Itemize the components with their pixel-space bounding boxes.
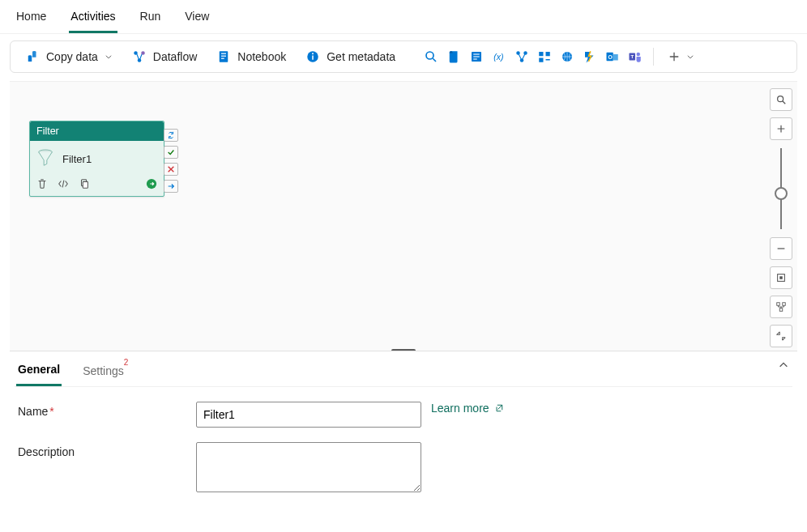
- activity-node-label: Filter1: [62, 153, 92, 165]
- copy-icon[interactable]: [79, 178, 90, 189]
- connector-completion[interactable]: [164, 180, 178, 193]
- notebook-icon: [216, 49, 231, 64]
- name-input[interactable]: [196, 402, 421, 428]
- zoom-in-button[interactable]: [770, 117, 792, 140]
- branch-icon: [515, 49, 529, 64]
- arrow-right-icon: [167, 182, 175, 190]
- search-icon: [775, 94, 787, 105]
- ribbon: Copy data Dataflow Notebook Get metadata…: [10, 40, 797, 73]
- plus-icon: [775, 123, 787, 134]
- activity-node-body: Filter1: [30, 141, 164, 173]
- page-tabs: Home Activities Run View: [0, 0, 807, 34]
- ribbon-copy-data-label: Copy data: [46, 50, 98, 63]
- switch-icon: [537, 49, 552, 64]
- minus-icon: [775, 243, 787, 254]
- ribbon-script[interactable]: [446, 49, 462, 65]
- canvas-tools: [770, 88, 792, 347]
- tab-home[interactable]: Home: [15, 5, 48, 33]
- ribbon-dataflow-label: Dataflow: [153, 50, 197, 63]
- pipeline-canvas[interactable]: Filter Filter1: [10, 81, 797, 351]
- chevron-down-icon: [686, 53, 694, 61]
- filter-icon: [36, 149, 54, 168]
- svg-rect-37: [777, 303, 780, 306]
- ribbon-lookup[interactable]: [423, 49, 439, 65]
- svg-text:O: O: [608, 54, 612, 60]
- svg-text:T: T: [630, 54, 634, 59]
- ribbon-azure-function[interactable]: [582, 49, 598, 65]
- delete-icon[interactable]: [36, 178, 48, 189]
- zoom-fit-button[interactable]: [770, 266, 792, 289]
- svg-point-0: [28, 55, 32, 57]
- form-row-name: Name* Learn more: [18, 402, 789, 428]
- ribbon-add-activity[interactable]: [664, 48, 699, 66]
- dataflow-icon: [132, 49, 147, 64]
- ribbon-notebook[interactable]: Notebook: [210, 46, 292, 67]
- refresh-icon: [167, 131, 175, 139]
- name-label: Name*: [18, 402, 196, 418]
- chevron-down-icon: [105, 53, 113, 61]
- ribbon-web[interactable]: [559, 49, 575, 65]
- ribbon-dataflow[interactable]: Dataflow: [126, 46, 203, 67]
- ribbon-teams[interactable]: T: [627, 49, 643, 65]
- run-icon[interactable]: [146, 178, 157, 189]
- ribbon-get-metadata-label: Get metadata: [327, 50, 395, 63]
- connector-failure[interactable]: [164, 163, 178, 176]
- ribbon-if-condition[interactable]: [514, 49, 530, 65]
- code-icon[interactable]: [58, 178, 69, 189]
- plus-icon: [668, 51, 680, 62]
- svg-rect-14: [473, 53, 480, 55]
- collapse-canvas-button[interactable]: [770, 325, 792, 347]
- learn-more-link[interactable]: Learn more: [431, 402, 504, 415]
- teams-icon: T: [628, 49, 643, 64]
- panel-tab-settings[interactable]: Settings2: [81, 360, 130, 386]
- x-icon: [167, 165, 175, 173]
- ribbon-notebook-label: Notebook: [237, 50, 286, 63]
- zoom-slider[interactable]: [780, 148, 782, 229]
- tab-activities[interactable]: Activities: [69, 5, 117, 33]
- description-label: Description: [18, 442, 196, 458]
- svg-rect-15: [473, 56, 480, 57]
- svg-point-4: [138, 58, 142, 62]
- outlook-icon: O: [605, 49, 620, 64]
- zoom-out-button[interactable]: [770, 237, 792, 260]
- variable-icon: (x): [492, 49, 506, 64]
- general-form: Name* Learn more Description: [15, 387, 792, 523]
- tab-view[interactable]: View: [183, 5, 211, 33]
- copy-data-icon: [25, 49, 40, 64]
- auto-align-button[interactable]: [770, 296, 792, 318]
- chevron-up-icon: [778, 360, 789, 371]
- svg-rect-7: [221, 56, 226, 57]
- canvas-search-button[interactable]: [770, 88, 792, 111]
- collapse-icon: [775, 330, 787, 342]
- svg-rect-8: [221, 58, 224, 60]
- connector-success[interactable]: [164, 146, 178, 159]
- svg-point-12: [426, 52, 433, 59]
- panel-tab-general[interactable]: General: [16, 360, 62, 386]
- svg-rect-32: [83, 181, 88, 188]
- ribbon-outlook[interactable]: O: [604, 49, 621, 65]
- zoom-slider-handle[interactable]: [775, 187, 788, 200]
- svg-rect-22: [546, 52, 550, 56]
- ribbon-separator: [653, 48, 654, 66]
- svg-rect-23: [539, 58, 543, 62]
- description-input[interactable]: [196, 442, 421, 492]
- check-icon: [167, 148, 175, 156]
- ribbon-copy-data[interactable]: Copy data: [19, 46, 119, 67]
- ribbon-get-metadata[interactable]: Get metadata: [299, 46, 402, 67]
- ribbon-switch[interactable]: [536, 49, 553, 65]
- ribbon-stored-procedure[interactable]: [468, 49, 485, 65]
- fit-icon: [775, 272, 787, 283]
- svg-point-18: [516, 51, 520, 55]
- activity-node-header: Filter: [30, 121, 164, 141]
- connector-activity[interactable]: [164, 129, 178, 142]
- tab-run[interactable]: Run: [139, 5, 163, 33]
- svg-rect-6: [221, 53, 226, 55]
- activity-node-filter[interactable]: Filter Filter1: [29, 121, 164, 197]
- document-lines-icon: [469, 49, 484, 64]
- activity-node-footer: [30, 173, 164, 196]
- ribbon-set-variable[interactable]: (x): [491, 49, 507, 65]
- panel-collapse-button[interactable]: [778, 360, 789, 373]
- external-link-icon: [494, 403, 504, 413]
- svg-rect-10: [312, 56, 314, 60]
- svg-rect-39: [779, 309, 783, 312]
